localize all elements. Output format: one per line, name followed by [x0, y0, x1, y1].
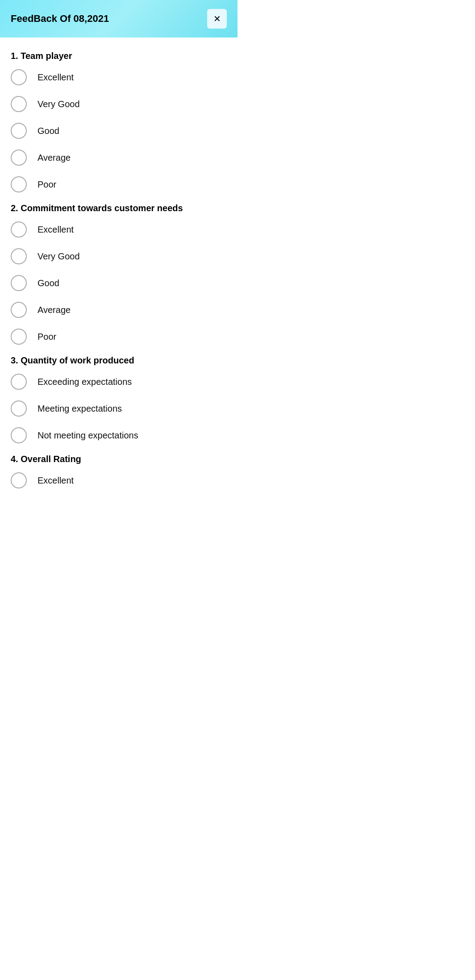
close-button[interactable]: ✕ — [207, 9, 227, 29]
radio-circle-q1-0 — [11, 69, 27, 85]
radio-option-q1-4[interactable]: Poor — [11, 176, 227, 192]
radio-option-q1-1[interactable]: Very Good — [11, 96, 227, 112]
radio-circle-q3-2 — [11, 427, 27, 443]
radio-circle-q3-0 — [11, 374, 27, 390]
radio-circle-q3-1 — [11, 400, 27, 417]
radio-circle-q1-2 — [11, 123, 27, 139]
radio-option-q3-2[interactable]: Not meeting expectations — [11, 427, 227, 443]
radio-option-q3-1[interactable]: Meeting expectations — [11, 400, 227, 417]
radio-label-q2-1: Very Good — [38, 251, 80, 262]
radio-label-q1-0: Excellent — [38, 72, 74, 83]
radio-label-q3-1: Meeting expectations — [38, 404, 122, 414]
radio-circle-q2-0 — [11, 221, 27, 238]
radio-label-q1-2: Good — [38, 126, 59, 136]
radio-option-q1-0[interactable]: Excellent — [11, 69, 227, 85]
radio-label-q3-0: Exceeding expectations — [38, 377, 132, 387]
radio-option-q2-3[interactable]: Average — [11, 302, 227, 318]
radio-option-q2-1[interactable]: Very Good — [11, 248, 227, 264]
radio-option-q1-2[interactable]: Good — [11, 123, 227, 139]
radio-circle-q2-2 — [11, 275, 27, 291]
radio-label-q1-4: Poor — [38, 179, 56, 190]
question-title-q1: 1. Team player — [11, 51, 227, 61]
radio-label-q2-3: Average — [38, 305, 71, 315]
radio-label-q1-3: Average — [38, 153, 71, 163]
radio-circle-q2-1 — [11, 248, 27, 264]
form-content: 1. Team playerExcellentVery GoodGoodAver… — [0, 38, 238, 508]
radio-circle-q1-1 — [11, 96, 27, 112]
radio-label-q3-2: Not meeting expectations — [38, 430, 138, 441]
dialog-header: FeedBack Of 08,2021 ✕ — [0, 0, 238, 38]
question-title-q4: 4. Overall Rating — [11, 454, 227, 464]
radio-label-q2-2: Good — [38, 278, 59, 288]
radio-option-q2-4[interactable]: Poor — [11, 329, 227, 345]
radio-option-q4-0[interactable]: Excellent — [11, 472, 227, 488]
radio-circle-q4-0 — [11, 472, 27, 488]
radio-option-q2-0[interactable]: Excellent — [11, 221, 227, 238]
radio-circle-q2-4 — [11, 329, 27, 345]
dialog-title: FeedBack Of 08,2021 — [11, 13, 109, 25]
radio-option-q1-3[interactable]: Average — [11, 150, 227, 166]
question-title-q3: 3. Quantity of work produced — [11, 355, 227, 366]
radio-circle-q1-4 — [11, 176, 27, 192]
radio-label-q2-4: Poor — [38, 332, 56, 342]
radio-option-q3-0[interactable]: Exceeding expectations — [11, 374, 227, 390]
radio-label-q1-1: Very Good — [38, 99, 80, 109]
radio-label-q4-0: Excellent — [38, 475, 74, 486]
question-title-q2: 2. Commitment towards customer needs — [11, 203, 227, 213]
radio-circle-q1-3 — [11, 150, 27, 166]
radio-label-q2-0: Excellent — [38, 225, 74, 235]
radio-circle-q2-3 — [11, 302, 27, 318]
radio-option-q2-2[interactable]: Good — [11, 275, 227, 291]
